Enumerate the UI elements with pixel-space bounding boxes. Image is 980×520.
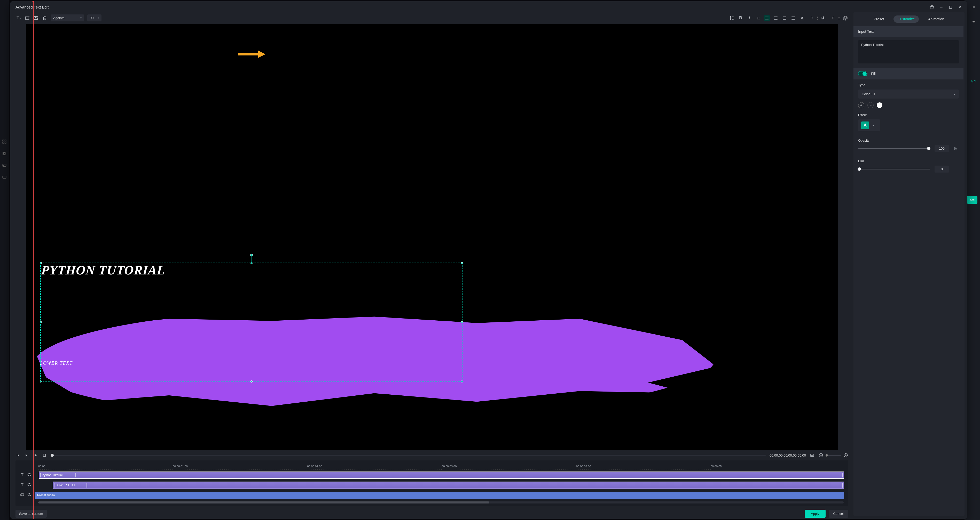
image-icon[interactable] [33,15,39,21]
tab-animation[interactable]: Animation [924,16,948,23]
opacity-value-input[interactable]: 100 [935,145,949,152]
svg-point-7 [3,165,4,166]
fill-type-value: Color Fill [862,92,875,96]
font-family-select[interactable]: Againts ▾ [51,14,84,21]
type-label: Type [858,83,959,87]
timeline-ruler[interactable]: 00:00 00:00:01:00 00:00:02:00 00:00:03:0… [16,463,848,470]
zoom-out-icon[interactable] [818,453,824,458]
svg-rect-6 [3,164,6,166]
prev-frame-icon[interactable] [16,453,21,458]
align-center-icon[interactable] [773,15,779,21]
line-spacing-icon[interactable] [729,15,735,21]
svg-point-17 [35,17,36,18]
font-family-value: Againts [53,16,64,20]
char-spacing-value: 0 [808,16,815,20]
svg-rect-12 [949,6,951,8]
font-size-select[interactable]: 90 ▾ [87,14,102,21]
align-right-icon[interactable] [782,15,788,21]
ai-icon[interactable]: ✎ᴬᴵ [971,79,976,84]
add-text-icon[interactable] [16,15,21,21]
zoom-in-icon[interactable] [843,453,848,458]
ruler-mark: 00:00:03:00 [442,465,457,468]
video-track-icon[interactable] [20,493,24,498]
resize-handle[interactable] [40,321,42,323]
resize-handle[interactable] [40,262,42,264]
visibility-icon[interactable] [27,472,32,478]
visibility-icon[interactable] [27,483,32,488]
layers-icon[interactable] [843,15,848,21]
svg-rect-0 [3,140,4,141]
svg-rect-8 [3,176,6,179]
tab-preset[interactable]: Preset [870,16,888,23]
playhead[interactable] [33,460,33,506]
resize-handle[interactable] [250,380,253,382]
svg-rect-1 [5,140,6,141]
fill-toggle[interactable] [858,71,867,76]
resize-handle[interactable] [40,380,42,382]
remove-color-button[interactable]: − [867,102,873,108]
text-content-input[interactable] [858,40,959,63]
underline-icon[interactable]: U [755,15,761,21]
opacity-slider[interactable] [858,148,930,149]
maximize-icon[interactable] [948,5,953,9]
scrub-bar[interactable] [51,455,766,456]
resize-handle[interactable] [461,262,463,264]
next-frame-icon[interactable] [24,453,29,458]
svg-point-43 [23,494,23,495]
help-icon[interactable] [930,5,934,9]
timeline-clip[interactable]: LOWER TEXT [52,482,844,489]
timeline-track: LOWER TEXT [16,480,848,490]
svg-point-39 [29,484,30,485]
bg-partial-button[interactable]: ced [967,196,977,204]
save-as-custom-button[interactable]: Save as custom [16,510,47,518]
spinner-icon[interactable]: ▴▾ [817,16,818,21]
preview-canvas[interactable]: PYTHON TUTORIAL LOWER TEXT [26,24,838,450]
annotation-arrow [237,49,266,60]
text-track-icon[interactable] [20,472,24,478]
add-color-button[interactable]: + [858,102,864,108]
text-color-icon[interactable] [799,15,805,21]
align-left-icon[interactable] [764,15,770,21]
timeline-clip[interactable]: Preset Video [35,491,844,499]
chevron-down-icon: ▾ [954,93,955,95]
align-justify-icon[interactable] [791,15,796,21]
scrub-thumb[interactable] [51,454,54,457]
svg-rect-31 [43,454,46,457]
timeline-clip[interactable]: Python Tutorial [39,471,844,479]
close-icon[interactable] [958,5,962,9]
cancel-button[interactable]: Cancel [829,510,848,518]
letter-spacing-icon[interactable] [821,15,827,21]
ruler-mark: 00:00:02:00 [307,465,322,468]
fill-type-select[interactable]: Color Fill ▾ [858,89,959,98]
tracking-input[interactable]: 0 ▴▾ [830,16,840,21]
play-icon[interactable] [33,453,38,458]
stop-icon[interactable] [42,453,47,458]
tab-customize[interactable]: Customize [894,16,919,23]
timeline-scrollbar[interactable] [38,501,844,504]
bg-close-icon[interactable]: ✕ [972,5,975,10]
resize-handle[interactable] [250,262,253,264]
chevron-down-icon: ▾ [873,124,874,127]
textbox-icon[interactable] [24,15,30,21]
effect-select[interactable]: A ▾ [858,119,880,131]
char-spacing-input[interactable]: 0 ▴▾ [808,16,818,21]
text-track-icon[interactable] [20,483,24,488]
zoom-slider[interactable] [826,455,841,456]
visibility-icon[interactable] [27,493,32,498]
delete-icon[interactable] [42,15,48,21]
color-swatch[interactable] [877,102,882,108]
chevron-down-icon: ▾ [98,16,99,19]
apply-button[interactable]: Apply [805,510,826,518]
svg-point-44 [23,495,23,496]
timeline-track: Python Tutorial [16,471,848,480]
crop-safe-icon[interactable] [810,453,815,458]
spinner-icon[interactable]: ▴▾ [838,16,840,21]
blur-slider[interactable] [858,169,930,170]
bold-icon[interactable]: B [738,15,743,21]
blur-value-input[interactable]: 0 [935,166,949,173]
ruler-mark: 00:00:05 [711,465,722,468]
rotate-handle[interactable] [250,254,253,256]
text-selection-box[interactable] [40,263,463,382]
italic-icon[interactable]: I [746,15,752,21]
minimize-icon[interactable] [939,5,943,9]
